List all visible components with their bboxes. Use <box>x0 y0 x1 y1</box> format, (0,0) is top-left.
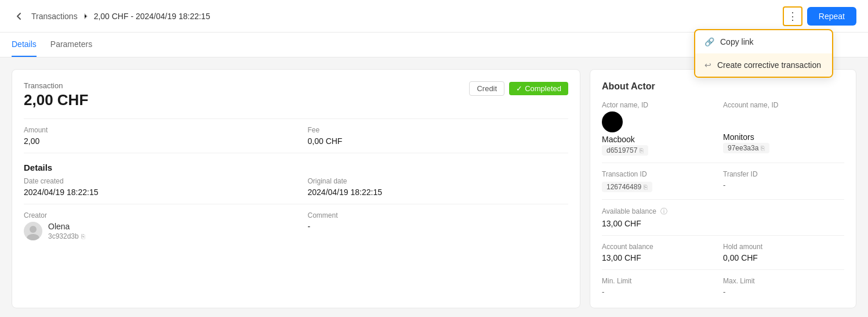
min-limit-col: Min. Limit - <box>602 277 723 296</box>
breadcrumb-parent[interactable]: Transactions <box>31 12 78 21</box>
max-limit-col: Max. Limit - <box>723 277 844 296</box>
fee-label: Fee <box>308 126 569 134</box>
actor-id-value: d6519757 <box>606 146 637 154</box>
more-options-button[interactable]: ⋮ <box>783 6 802 26</box>
transaction-label: Transaction <box>24 81 88 90</box>
left-panel: Transaction 2,00 CHF Credit ✓ Completed … <box>12 69 580 308</box>
transaction-header: Transaction 2,00 CHF Credit ✓ Completed <box>24 81 568 109</box>
account-id-copy-icon[interactable]: ⎘ <box>761 145 765 152</box>
create-corrective-transaction-item[interactable]: ↩ Create corrective transaction <box>695 53 832 77</box>
copy-link-item[interactable]: 🔗 Copy link <box>695 30 832 53</box>
available-balance-col: Available balance ⓘ 13,00 CHF <box>602 207 844 228</box>
account-balance-hold-row: Account balance 13,00 CHF Hold amount 0,… <box>602 243 844 262</box>
actor-name-id-label: Actor name, ID <box>602 101 723 109</box>
completed-label: Completed <box>525 84 561 93</box>
transaction-id-value: 126746489 <box>606 183 641 191</box>
creator-id-value: 3c932d3b <box>48 232 79 240</box>
fee-field: Fee 0,00 CHF <box>308 126 569 146</box>
transaction-title-block: Transaction 2,00 CHF <box>24 81 88 109</box>
hold-amount-label: Hold amount <box>723 243 844 251</box>
account-name-col: Account name, ID Monitors 97ee3a3a ⎘ <box>723 101 844 156</box>
account-balance-label: Account balance <box>602 243 723 251</box>
about-actor-title: About Actor <box>602 81 844 92</box>
amount-field: Amount 2,00 <box>24 126 285 146</box>
repeat-button[interactable]: Repeat <box>807 7 856 26</box>
creator-name: Olena <box>48 222 85 231</box>
creator-field: Creator Olena 3c932d3b ⎘ <box>24 211 285 240</box>
date-created-label: Date created <box>24 177 285 185</box>
about-divider-3 <box>602 235 844 236</box>
actor-avatar-icon <box>602 111 623 132</box>
main-content: Transaction 2,00 CHF Credit ✓ Completed … <box>0 57 868 317</box>
top-bar: Transactions 2,00 CHF - 2024/04/19 18:22… <box>0 0 868 33</box>
tab-details[interactable]: Details <box>12 33 37 57</box>
available-balance-value: 13,00 CHF <box>602 219 844 228</box>
credit-badge: Credit <box>469 81 504 96</box>
transaction-id-label: Transaction ID <box>602 170 723 178</box>
account-balance-value: 13,00 CHF <box>602 253 723 262</box>
top-actions: ⋮ Repeat <box>783 6 856 26</box>
check-icon: ✓ <box>516 84 522 93</box>
actor-account-row: Actor name, ID Macbook d6519757 ⎘ Accoun… <box>602 101 844 156</box>
transfer-id-value: - <box>723 181 844 189</box>
creator-comment-row: Creator Olena 3c932d3b ⎘ <box>24 211 568 240</box>
about-divider-1 <box>602 163 844 163</box>
tab-parameters[interactable]: Parameters <box>50 33 92 57</box>
original-date-label: Original date <box>308 177 569 185</box>
badges: Credit ✓ Completed <box>469 81 568 96</box>
min-limit-label: Min. Limit <box>602 277 723 285</box>
creator-id-copy-icon[interactable]: ⎘ <box>81 233 85 240</box>
transfer-id-col: Transfer ID - <box>723 170 844 192</box>
account-name-value: Monitors <box>723 132 844 142</box>
account-id-badge: 97ee3a3a ⎘ <box>723 143 769 153</box>
available-balance-label-text: Available balance <box>602 207 656 215</box>
svg-point-0 <box>30 226 37 233</box>
available-balance-row: Available balance ⓘ 13,00 CHF <box>602 207 844 228</box>
actor-id-badge: d6519757 ⎘ <box>602 145 648 156</box>
creator-label: Creator <box>24 211 285 219</box>
amount-value: 2,00 <box>24 136 285 146</box>
info-icon: ⓘ <box>660 207 667 215</box>
max-limit-label: Max. Limit <box>723 277 844 285</box>
actor-id-copy-icon[interactable]: ⎘ <box>640 147 644 154</box>
divider-1 <box>24 118 568 119</box>
transaction-id-col: Transaction ID 126746489 ⎘ <box>602 170 723 192</box>
comment-value: - <box>308 222 569 231</box>
transaction-amount: 2,00 CHF <box>24 91 88 109</box>
original-date-field: Original date 2024/04/19 18:22:15 <box>308 177 569 197</box>
about-divider-2 <box>602 199 844 200</box>
copy-link-icon: 🔗 <box>704 37 714 46</box>
creator-details: Olena 3c932d3b ⎘ <box>48 222 85 240</box>
max-limit-value: - <box>723 287 844 296</box>
divider-2 <box>24 153 568 153</box>
actor-name-col: Actor name, ID Macbook d6519757 ⎘ <box>602 101 723 156</box>
copy-link-label: Copy link <box>720 37 754 46</box>
transfer-id-label: Transfer ID <box>723 170 844 178</box>
available-balance-label: Available balance ⓘ <box>602 207 844 217</box>
back-button[interactable] <box>12 9 27 24</box>
date-row: Date created 2024/04/19 18:22:15 Origina… <box>24 177 568 197</box>
date-created-value: 2024/04/19 18:22:15 <box>24 188 285 197</box>
completed-badge: ✓ Completed <box>509 82 568 95</box>
divider-3 <box>24 204 568 204</box>
account-name-id-label: Account name, ID <box>723 101 844 109</box>
transaction-id-copy-icon[interactable]: ⎘ <box>644 183 648 190</box>
account-balance-col: Account balance 13,00 CHF <box>602 243 723 262</box>
breadcrumb: Transactions 2,00 CHF - 2024/04/19 18:22… <box>12 9 210 24</box>
min-limit-value: - <box>602 287 723 296</box>
creator-id-row: 3c932d3b ⎘ <box>48 232 85 240</box>
corrective-icon: ↩ <box>704 60 711 70</box>
svg-point-1 <box>27 234 39 240</box>
comment-label: Comment <box>308 211 569 219</box>
dropdown-menu: 🔗 Copy link ↩ Create corrective transact… <box>694 29 833 78</box>
date-created-field: Date created 2024/04/19 18:22:15 <box>24 177 285 197</box>
limits-row: Min. Limit - Max. Limit - <box>602 277 844 296</box>
transaction-id-badge: 126746489 ⎘ <box>602 182 652 192</box>
original-date-value: 2024/04/19 18:22:15 <box>308 188 569 197</box>
hold-amount-col: Hold amount 0,00 CHF <box>723 243 844 262</box>
avatar <box>24 222 42 240</box>
fee-value: 0,00 CHF <box>308 136 569 146</box>
breadcrumb-current: 2,00 CHF - 2024/04/19 18:22:15 <box>94 12 210 21</box>
right-panel: About Actor Actor name, ID Macbook d6519… <box>590 69 856 308</box>
corrective-label: Create corrective transaction <box>717 60 821 70</box>
